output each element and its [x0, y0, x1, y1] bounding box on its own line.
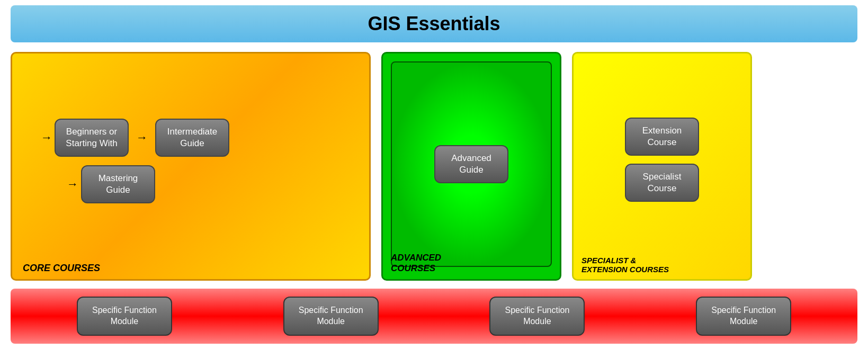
advanced-courses-label: ADVANCEDCOURSES	[391, 253, 441, 274]
mastering-node[interactable]: MasteringGuide	[81, 165, 155, 203]
core-courses-label: CORE COURSES	[23, 263, 100, 274]
specialist-box: ExtensionCourse SpecialistCourse SPECIAL…	[572, 52, 752, 281]
core-flow: → Beginners orStarting With → Intermedia…	[23, 113, 359, 209]
function-module-4[interactable]: Specific FunctionModule	[696, 297, 791, 336]
core-bottom-row: → MasteringGuide	[39, 165, 353, 203]
advanced-courses-box: AdvancedGuide ADVANCEDCOURSES	[381, 52, 561, 281]
header-title: GIS Essentials	[368, 13, 500, 34]
page-wrapper: GIS Essentials → Beginners orStarting Wi…	[0, 0, 868, 349]
specialist-course-node[interactable]: SpecialistCourse	[625, 164, 699, 202]
extension-course-node[interactable]: ExtensionCourse	[625, 118, 699, 156]
function-module-1[interactable]: Specific FunctionModule	[77, 297, 172, 336]
entry-arrow-icon: →	[39, 132, 55, 143]
core-top-row: → Beginners orStarting With → Intermedia…	[39, 119, 353, 157]
intermediate-node[interactable]: IntermediateGuide	[155, 119, 229, 157]
advanced-inner: AdvancedGuide	[391, 61, 552, 267]
arrow-to-intermediate-icon: →	[129, 132, 155, 143]
beginners-node[interactable]: Beginners orStarting With	[55, 119, 129, 157]
bottom-section: Specific FunctionModule Specific Functio…	[11, 289, 857, 344]
function-module-3[interactable]: Specific FunctionModule	[489, 297, 585, 336]
specialist-label: SPECIALIST &EXTENSION COURSES	[581, 256, 669, 274]
core-courses-box: → Beginners orStarting With → Intermedia…	[11, 52, 371, 281]
function-module-2[interactable]: Specific FunctionModule	[283, 297, 379, 336]
long-arrow-icon: →	[39, 177, 81, 191]
advanced-guide-node[interactable]: AdvancedGuide	[434, 145, 508, 183]
middle-section: → Beginners orStarting With → Intermedia…	[11, 52, 857, 281]
header-bar: GIS Essentials	[11, 5, 857, 42]
